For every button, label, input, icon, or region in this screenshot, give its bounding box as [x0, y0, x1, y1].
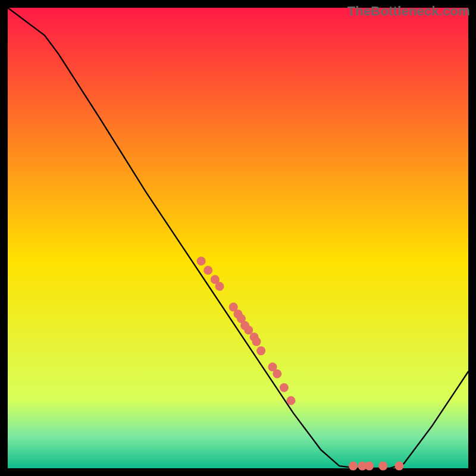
curve-marker: [252, 337, 261, 346]
watermark-text: TheBottleneck.com: [347, 4, 470, 19]
curve-marker: [256, 346, 265, 355]
chart-stage: TheBottleneck.com: [0, 0, 476, 476]
curve-marker: [280, 383, 289, 392]
curve-marker: [378, 462, 387, 471]
curve-marker: [273, 369, 281, 378]
curve-marker: [349, 462, 358, 471]
curve-marker: [244, 325, 253, 334]
curve-marker: [365, 462, 374, 471]
curve-marker: [287, 396, 296, 405]
plot-background: [8, 8, 468, 468]
curve-marker: [215, 282, 224, 291]
chart-canvas: [0, 0, 476, 476]
curve-marker: [394, 462, 403, 471]
curve-marker: [197, 256, 206, 265]
curve-marker: [203, 266, 212, 275]
